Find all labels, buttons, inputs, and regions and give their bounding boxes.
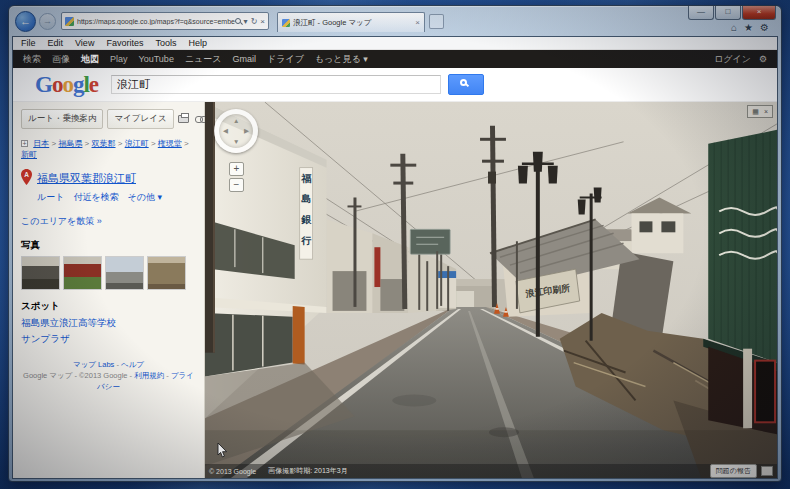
favorites-star-icon[interactable]: ★	[744, 22, 753, 33]
stop-button[interactable]: ×	[260, 17, 265, 26]
search-icon	[460, 79, 467, 86]
breadcrumb-separator: >	[85, 139, 90, 148]
capture-date: 画像撮影時期: 2013年3月	[268, 466, 347, 476]
gear-icon[interactable]: ⚙	[760, 22, 769, 33]
breadcrumb-gongendo[interactable]: 権現堂	[158, 139, 182, 148]
gbar-play[interactable]: Play	[110, 54, 128, 64]
photo-thumbnail[interactable]	[105, 256, 144, 290]
menu-help[interactable]: Help	[188, 37, 207, 49]
directions-link[interactable]: ルート	[37, 191, 64, 204]
zoom-out-button[interactable]: −	[229, 178, 244, 192]
logo-letter: G	[35, 72, 52, 97]
spot-link-namie-highschool[interactable]: 福島県立浪江高等学校	[21, 317, 196, 330]
gbar-images[interactable]: 画像	[52, 53, 70, 66]
maximize-button[interactable]: □	[715, 6, 741, 20]
expand-view-button[interactable]: ▦	[750, 107, 761, 116]
bank-sign-char: 島	[301, 193, 311, 204]
sidebar-footer: マップ Labs - ヘルプ Google マップ - ©2013 Google…	[21, 359, 196, 392]
logo-letter: e	[89, 72, 98, 97]
photo-strip	[21, 256, 196, 290]
search-result: A 福島県双葉郡浪江町	[21, 169, 196, 186]
myplaces-button[interactable]: マイプレイス	[107, 109, 173, 129]
search-nearby-link[interactable]: 付近を検索	[73, 191, 118, 204]
menu-favorites[interactable]: Favorites	[106, 37, 143, 49]
streetview-image[interactable]: 福 島 銀 行	[205, 102, 777, 478]
gbar-search[interactable]: 検索	[23, 53, 41, 66]
gbar-gmail[interactable]: Gmail	[233, 54, 257, 64]
streetview-zoom-control: + −	[229, 162, 244, 194]
help-link[interactable]: ヘルプ	[121, 360, 144, 369]
spot-list: 福島県立浪江高等学校 サンプラザ	[21, 317, 196, 346]
close-button[interactable]: ×	[742, 6, 776, 20]
minimize-button[interactable]: —	[688, 6, 714, 20]
forward-button[interactable]: →	[39, 13, 56, 30]
streetview-panel: 福 島 銀 行	[205, 102, 777, 478]
address-dropdown-icon[interactable]: ▾	[244, 17, 248, 26]
pan-right-arrow[interactable]: ▶	[244, 127, 249, 135]
gbar-drive[interactable]: ドライブ	[267, 53, 304, 66]
menu-file[interactable]: File	[21, 37, 36, 49]
gbar-more[interactable]: もっと見る ▾	[315, 53, 368, 66]
menu-edit[interactable]: Edit	[48, 37, 64, 49]
pin-letter: A	[24, 171, 29, 178]
map-pin-icon: A	[21, 169, 32, 185]
result-actions: ルート 付近を検索 その他 ▾	[37, 191, 196, 204]
breadcrumb-futaba[interactable]: 双葉郡	[92, 139, 116, 148]
gbar-news[interactable]: ニュース	[185, 53, 222, 66]
maps-labs-link[interactable]: マップ Labs	[73, 360, 114, 369]
pan-left-arrow[interactable]: ◀	[223, 127, 228, 135]
address-search-icon[interactable]	[235, 18, 241, 24]
forward-icon: →	[43, 16, 52, 26]
logo-letter: o	[62, 72, 73, 97]
home-icon[interactable]: ⌂	[731, 22, 737, 33]
signin-link[interactable]: ログイン	[714, 53, 751, 66]
photo-thumbnail[interactable]	[147, 256, 186, 290]
breadcrumb-separator: >	[184, 139, 189, 148]
google-logo: Google	[35, 70, 98, 100]
spot-link-sunplaza[interactable]: サンプラザ	[21, 333, 196, 346]
more-link[interactable]: その他 ▾	[128, 191, 162, 204]
breadcrumb-shinmachi[interactable]: 新町	[21, 150, 37, 159]
search-button[interactable]	[448, 74, 484, 95]
photo-thumbnail[interactable]	[63, 256, 102, 290]
page-favicon-icon	[65, 17, 74, 26]
browser-titlebar: ← → https://maps.google.co.jp/maps?f=q&s…	[9, 6, 781, 36]
sidebar: ルート・乗換案内 マイプレイス + 日本 > 福島県 > 双葉郡 > 浪江町	[13, 102, 205, 478]
photos-heading: 写真	[21, 239, 196, 252]
report-problem-button[interactable]: 問題の報告	[710, 464, 757, 478]
gbar-youtube[interactable]: YouTube	[139, 54, 174, 64]
zoom-in-button[interactable]: +	[229, 162, 244, 176]
tab-close-button[interactable]: ×	[415, 18, 420, 27]
pan-up-arrow[interactable]: ▲	[233, 117, 239, 124]
bank-sign-char: 福	[300, 173, 311, 184]
new-tab-button[interactable]	[429, 14, 444, 29]
menu-tools[interactable]: Tools	[155, 37, 176, 49]
browser-tab[interactable]: 浪江町 - Google マップ ×	[277, 12, 425, 32]
photo-thumbnail[interactable]	[21, 256, 60, 290]
breadcrumb-fukushima[interactable]: 福島県	[58, 139, 82, 148]
close-view-button[interactable]: ×	[762, 107, 770, 116]
gbar-gear-icon[interactable]: ⚙	[759, 54, 767, 64]
breadcrumb-japan[interactable]: 日本	[33, 139, 49, 148]
search-input[interactable]	[111, 75, 441, 94]
terms-link[interactable]: 利用規約	[134, 371, 164, 380]
breadcrumb: + 日本 > 福島県 > 双葉郡 > 浪江町 > 権現堂 > 新町	[21, 138, 196, 160]
menu-view[interactable]: View	[75, 37, 94, 49]
explore-area-link[interactable]: このエリアを散策 »	[21, 215, 196, 228]
resize-grip[interactable]	[761, 466, 773, 476]
print-icon[interactable]	[178, 115, 189, 123]
breadcrumb-namie[interactable]: 浪江町	[125, 139, 149, 148]
streetview-status-bar: © 2013 Google 画像撮影時期: 2013年3月 問題の報告	[205, 464, 777, 478]
result-title-link[interactable]: 福島県双葉郡浪江町	[37, 169, 136, 186]
address-bar[interactable]: https://maps.google.co.jp/maps?f=q&sourc…	[61, 12, 269, 30]
directions-button[interactable]: ルート・乗換案内	[21, 109, 103, 129]
refresh-button[interactable]: ↻	[251, 17, 258, 26]
gbar-maps[interactable]: 地図	[81, 53, 99, 66]
breadcrumb-separator: >	[118, 139, 123, 148]
back-button[interactable]: ←	[15, 11, 36, 32]
address-url[interactable]: https://maps.google.co.jp/maps?f=q&sourc…	[77, 18, 235, 25]
expand-icon[interactable]: +	[21, 140, 28, 147]
pan-down-arrow[interactable]: ▼	[233, 138, 239, 145]
streetview-pan-control[interactable]: ▲ ▼ ◀ ▶	[214, 109, 258, 153]
back-icon: ←	[20, 15, 31, 27]
